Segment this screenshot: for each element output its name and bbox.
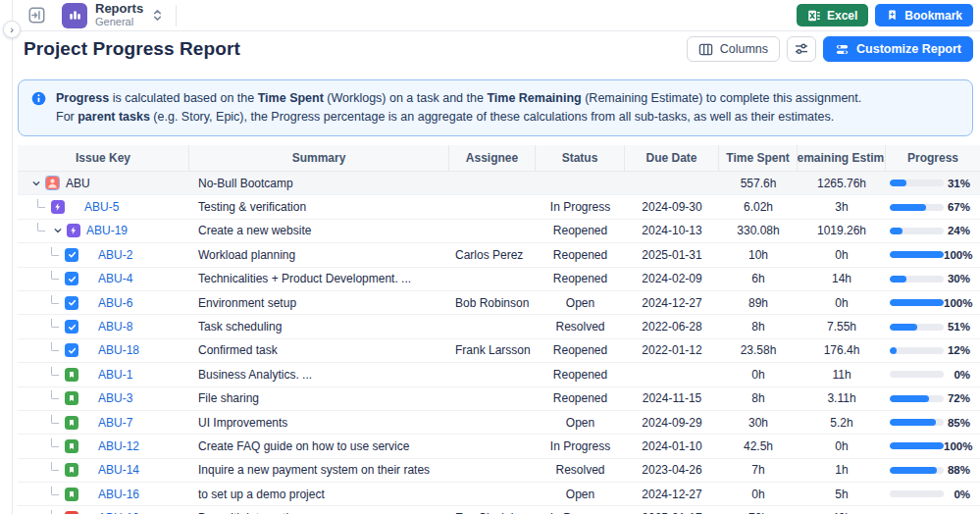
- cell-time-spent: 23.58h: [719, 339, 798, 362]
- chevron-down-icon[interactable]: [51, 224, 65, 237]
- table-row[interactable]: ABU-3File sharingReopened2024-11-158h3.1…: [18, 387, 980, 411]
- cell-due-date: 2025-01-31: [625, 243, 719, 266]
- table-row[interactable]: ABU-4Technicalities + Product Developmen…: [18, 268, 980, 291]
- tree-connector-icon: [51, 295, 59, 304]
- table-row[interactable]: ABU-18Confirmed taskFrank LarssonReopene…: [18, 339, 980, 363]
- column-header-due-date[interactable]: Due Date: [625, 145, 719, 171]
- progress-percent-label: 100%: [944, 249, 972, 261]
- progress-bar-track: [890, 490, 944, 497]
- banner-line-2: For parent tasks (e.g. Story, Epic), the…: [56, 108, 861, 127]
- chevron-right-icon: ›: [10, 25, 14, 35]
- columns-button[interactable]: Columns: [687, 36, 780, 62]
- cell-progress: 12%: [886, 339, 980, 362]
- progress-bar-track: [890, 299, 944, 306]
- progress-percent-label: 88%: [948, 464, 970, 476]
- cell-time-spent: 330.08h: [719, 220, 798, 242]
- sidebar-expand-button[interactable]: ›: [3, 21, 21, 38]
- table-row[interactable]: ABUNo-Bull Bootcamp557.6h1265.76h31%: [18, 172, 980, 195]
- cell-progress: 72%: [886, 387, 980, 410]
- report-selector-button[interactable]: [151, 8, 164, 23]
- filters-button[interactable]: [787, 36, 816, 62]
- table-row[interactable]: ABU-8Task schedulingResolved2022-06-288h…: [18, 315, 980, 338]
- cell-assignee: Eve Sinclair: [449, 506, 536, 514]
- column-header-time-spent[interactable]: Time Spent: [719, 145, 798, 171]
- cell-time-spent: 8h: [719, 315, 798, 337]
- table-row[interactable]: ABU-12Create FAQ guide on how to use ser…: [18, 435, 980, 458]
- column-header-status[interactable]: Status: [536, 145, 625, 171]
- issue-key-link[interactable]: ABU-12: [98, 439, 139, 453]
- cell-due-date: 2025-01-17: [625, 506, 719, 514]
- progress-percent-label: 24%: [948, 225, 970, 236]
- cell-assignee: [449, 387, 536, 410]
- cell-summary: Technicalities + Product Development. ..…: [189, 268, 449, 290]
- table-row[interactable]: ABU-6Environment setupBob RobinsonOpen20…: [18, 291, 980, 315]
- cell-progress: 24%: [886, 220, 980, 242]
- table-row[interactable]: ABU-16to set up a demo projectOpen2024-1…: [18, 483, 980, 506]
- progress-percent-label: 51%: [948, 321, 970, 333]
- task-icon: [65, 272, 78, 285]
- issue-key-link[interactable]: ABU-4: [98, 272, 132, 285]
- issue-key-link[interactable]: ABU-3: [98, 391, 132, 405]
- cell-time-spent: 89h: [719, 291, 798, 314]
- progress-bar-track: [890, 419, 944, 426]
- column-header-progress[interactable]: Progress: [886, 145, 980, 171]
- cell-assignee: [449, 483, 536, 505]
- issue-key-link[interactable]: ABU-16: [98, 488, 139, 501]
- cell-progress: 51%: [886, 315, 980, 337]
- table-row[interactable]: ABU-2Workload planningCarlos PerezReopen…: [18, 243, 980, 267]
- progress-bar-track: [890, 395, 944, 402]
- cell-issue-key: ABU-4: [18, 268, 189, 290]
- cell-status: Resolved: [536, 459, 625, 482]
- tree-connector-icon: [51, 438, 59, 447]
- cell-remaining-estimate: 0h: [798, 243, 886, 266]
- issue-key-link[interactable]: ABU-14: [98, 463, 139, 477]
- issue-key-link[interactable]: ABU-18: [98, 343, 139, 357]
- excel-export-button[interactable]: Excel: [797, 4, 868, 26]
- task-icon: [65, 343, 78, 357]
- cell-status: [536, 172, 625, 194]
- table-row[interactable]: ABU-10Bug with integrationsEve SinclairI…: [18, 506, 980, 514]
- table-row[interactable]: ABU-14Inquire a new payment system on th…: [18, 459, 980, 483]
- table-row[interactable]: ABU-7UI ImprovementsOpen2024-09-2930h5.2…: [18, 411, 980, 435]
- column-header-remaining-estim[interactable]: Remaining Estim...: [798, 145, 886, 171]
- page-title: Project Progress Report: [24, 38, 240, 60]
- progress-report-table: Issue KeySummaryAssigneeStatusDue DateTi…: [18, 145, 980, 514]
- cell-progress: 100%: [886, 435, 980, 457]
- app-window: ›: [0, 0, 980, 514]
- bookmark-button-label: Bookmark: [904, 9, 962, 23]
- chevron-down-icon[interactable]: [29, 177, 43, 190]
- issue-key-link[interactable]: ABU-6: [98, 296, 132, 310]
- column-header-issue-key[interactable]: Issue Key: [18, 145, 189, 171]
- column-header-assignee[interactable]: Assignee: [449, 145, 536, 171]
- issue-key-link[interactable]: ABU-5: [84, 200, 119, 214]
- issue-key-link[interactable]: ABU-1: [98, 368, 132, 382]
- progress-percent-label: 72%: [948, 392, 970, 404]
- issue-key-link[interactable]: ABU-19: [86, 224, 128, 237]
- cell-remaining-estimate: 40h: [798, 506, 886, 514]
- table-row[interactable]: ABU-5Testing & verificationIn Progress20…: [18, 195, 980, 219]
- cell-assignee: [449, 435, 536, 457]
- task-icon: [65, 248, 78, 262]
- column-header-summary[interactable]: Summary: [189, 145, 449, 171]
- cell-due-date: 2022-06-28: [625, 315, 719, 337]
- cell-time-spent: 7h: [719, 459, 798, 482]
- story-icon: [65, 439, 78, 453]
- cell-issue-key: ABU-19: [18, 220, 189, 242]
- cell-progress: 85%: [886, 411, 980, 434]
- bookmark-button[interactable]: Bookmark: [875, 4, 973, 26]
- tree-connector-icon: [51, 510, 59, 514]
- info-icon: [31, 91, 46, 127]
- cell-remaining-estimate: 1h: [798, 459, 886, 482]
- progress-bar-fill: [890, 347, 897, 354]
- issue-key-link[interactable]: ABU-8: [98, 320, 132, 334]
- table-row[interactable]: ABU-19Create a new websiteReopened2024-1…: [18, 220, 980, 243]
- story-icon: [65, 416, 78, 430]
- columns-icon: [698, 42, 713, 57]
- expand-panel-icon[interactable]: [26, 6, 46, 26]
- customize-report-button[interactable]: Customize Report: [823, 36, 973, 62]
- issue-key-link[interactable]: ABU-7: [98, 416, 132, 430]
- issue-key-link[interactable]: ABU-2: [98, 248, 132, 262]
- table-row[interactable]: ABU-1Business Analytics. ...Reopened0h11…: [18, 363, 980, 386]
- banner-text-segment: Progress: [56, 91, 109, 105]
- bookmark-icon: [886, 9, 899, 22]
